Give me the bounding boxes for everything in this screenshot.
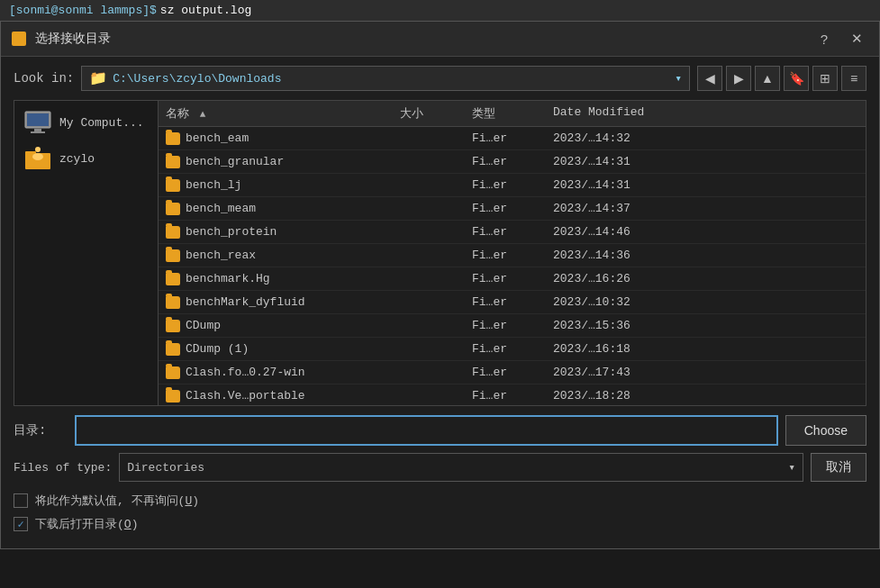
table-row[interactable]: Clash.fo…0.27-win Fi…er 2023/…17:43	[159, 361, 866, 384]
user-folder-icon	[23, 146, 52, 171]
file-date: 2023/…15:36	[546, 314, 866, 337]
file-type: Fi…er	[465, 267, 546, 290]
nav-list-view-button[interactable]: ≡	[841, 66, 866, 91]
file-rows-container: bench_eam Fi…er 2023/…14:32 bench_granul…	[159, 127, 866, 405]
file-name: bench_protein	[186, 225, 277, 239]
dialog-body: Look in: 📁 C:\Users\zcylo\Downloads ▾ ◀ …	[1, 57, 879, 548]
dialog-title-controls: ? ✕	[815, 29, 868, 49]
file-type: Fi…er	[465, 361, 546, 384]
table-row[interactable]: CDump (1) Fi…er 2023/…16:18	[159, 338, 866, 361]
file-type: Fi…er	[465, 314, 546, 337]
nav-back-button[interactable]: ◀	[697, 66, 722, 91]
checkbox-default[interactable]	[14, 493, 28, 508]
file-size	[393, 275, 465, 284]
table-row[interactable]: bench_meam Fi…er 2023/…14:37	[159, 197, 866, 221]
file-name: benchMark_dyfluid	[186, 295, 305, 309]
nav-bookmark-button[interactable]: 🔖	[784, 66, 809, 91]
table-row[interactable]: Clash.Ve…portable Fi…er 2023/…18:28	[159, 384, 866, 405]
folder-icon	[166, 179, 180, 192]
folder-icon	[166, 226, 180, 239]
file-name: CDump (1)	[186, 342, 249, 356]
table-row[interactable]: CDump Fi…er 2023/…15:36	[159, 314, 866, 338]
file-type: Fi…er	[465, 221, 546, 243]
file-date: 2023/…14:32	[546, 127, 866, 149]
cancel-button[interactable]: 取消	[811, 453, 866, 482]
filetype-label: Files of type:	[14, 461, 112, 475]
checkbox-open-dir[interactable]	[14, 517, 28, 531]
checkboxes-area: 将此作为默认值, 不再询问(U) 下载后打开目录(O)	[14, 493, 866, 532]
file-area: My Comput... zcylo 名称 ▲	[14, 100, 866, 406]
file-type: Fi…er	[465, 244, 546, 267]
folder-icon	[166, 273, 180, 285]
file-type: Fi…er	[465, 384, 546, 405]
sort-arrow: ▲	[200, 109, 206, 120]
file-type: Fi…er	[465, 338, 546, 360]
file-size	[393, 368, 465, 377]
folder-icon	[166, 132, 180, 145]
file-list-header: 名称 ▲ 大小 类型 Date Modified	[159, 101, 866, 127]
file-date: 2023/…17:43	[546, 361, 866, 384]
computer-icon	[23, 110, 52, 135]
file-size	[393, 134, 465, 143]
file-date: 2023/…18:28	[546, 384, 866, 405]
file-list-container[interactable]: 名称 ▲ 大小 类型 Date Modified bench_eam Fi…er…	[159, 101, 866, 405]
checkbox-open-dir-label: 下载后打开目录(O)	[35, 516, 138, 532]
col-header-size[interactable]: 大小	[393, 101, 465, 126]
col-header-date[interactable]: Date Modified	[546, 101, 866, 126]
file-size	[393, 158, 465, 167]
file-name: bench_reax	[186, 249, 256, 262]
table-row[interactable]: bench_protein Fi…er 2023/…14:46	[159, 221, 866, 244]
table-row[interactable]: benchMark_dyfluid Fi…er 2023/…10:32	[159, 291, 866, 314]
folder-icon	[166, 296, 180, 309]
sidebar-item-user[interactable]: zcylo	[14, 140, 158, 176]
file-size	[393, 298, 465, 307]
filetype-combo[interactable]: Directories ▾	[119, 453, 803, 482]
choose-button[interactable]: Choose	[785, 415, 866, 446]
col-header-name[interactable]: 名称 ▲	[159, 101, 393, 126]
file-name: bench_eam	[186, 131, 249, 145]
file-size	[393, 321, 465, 330]
col-header-type[interactable]: 类型	[465, 101, 546, 126]
nav-grid-view-button[interactable]: ⊞	[812, 66, 838, 91]
lookin-path: C:\Users\zcylo\Downloads	[113, 72, 281, 86]
folder-icon	[166, 249, 180, 262]
nav-up-button[interactable]: ▲	[755, 66, 780, 91]
help-button[interactable]: ?	[815, 30, 833, 49]
dialog-title-left: 选择接收目录	[12, 31, 111, 47]
table-row[interactable]: bench_reax Fi…er 2023/…14:36	[159, 244, 866, 267]
svg-rect-1	[27, 113, 49, 126]
file-size	[393, 251, 465, 260]
lookin-label: Look in:	[14, 71, 74, 86]
file-name: bench_granular	[186, 155, 284, 168]
folder-icon	[166, 390, 180, 403]
file-date: 2023/…14:31	[546, 174, 866, 196]
lookin-row: Look in: 📁 C:\Users\zcylo\Downloads ▾ ◀ …	[14, 66, 866, 91]
lookin-dropdown-arrow[interactable]: ▾	[675, 71, 682, 86]
table-row[interactable]: bench_granular Fi…er 2023/…14:31	[159, 150, 866, 174]
filetype-arrow: ▾	[788, 460, 795, 475]
close-button[interactable]: ✕	[846, 29, 868, 49]
file-date: 2023/…16:26	[546, 267, 866, 290]
sidebar-label-computer: My Comput...	[59, 116, 144, 130]
file-type: Fi…er	[465, 291, 546, 313]
file-type: Fi…er	[465, 127, 546, 149]
dir-input[interactable]	[75, 415, 778, 446]
file-date: 2023/…14:37	[546, 197, 866, 220]
folder-icon	[166, 343, 180, 356]
lookin-combo[interactable]: 📁 C:\Users\zcylo\Downloads ▾	[81, 66, 690, 91]
file-name: bench_lj	[186, 178, 241, 192]
dir-label: 目录:	[14, 422, 68, 439]
file-date: 2023/…14:36	[546, 244, 866, 267]
table-row[interactable]: bench_eam Fi…er 2023/…14:32	[159, 127, 866, 150]
file-size	[393, 345, 465, 354]
nav-forward-button[interactable]: ▶	[726, 66, 751, 91]
table-row[interactable]: bench_lj Fi…er 2023/…14:31	[159, 174, 866, 197]
sidebar-item-computer[interactable]: My Comput...	[14, 104, 158, 140]
file-date: 2023/…14:46	[546, 221, 866, 243]
terminal-prompt: [sonmi@sonmi lammps]$	[9, 4, 157, 17]
file-name: bench_meam	[186, 202, 256, 215]
terminal-bar: [sonmi@sonmi lammps]$ sz output.log	[0, 0, 880, 21]
svg-point-6	[35, 147, 41, 152]
table-row[interactable]: benchmark.Hg Fi…er 2023/…16:26	[159, 267, 866, 291]
dialog: 选择接收目录 ? ✕ Look in: 📁 C:\Users\zcylo\Dow…	[0, 21, 880, 549]
